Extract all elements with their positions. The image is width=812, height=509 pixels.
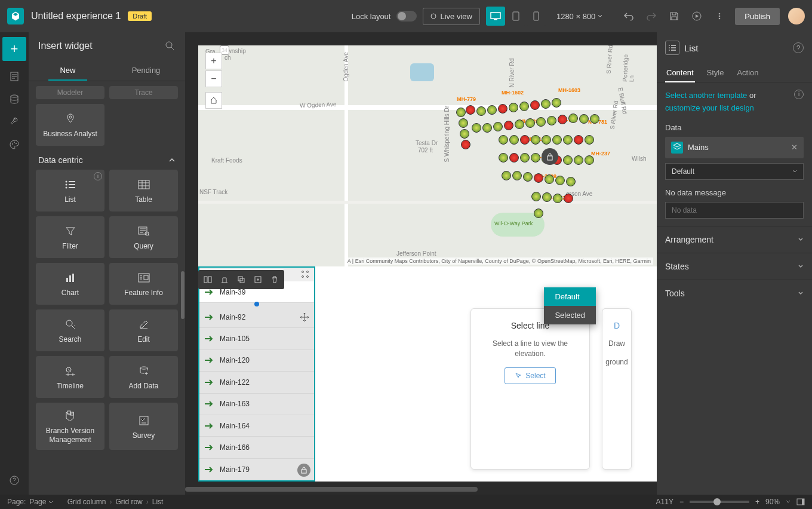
accordion-tools[interactable]: Tools [657,280,812,306]
widget-feature-info[interactable]: Feature Info [109,263,178,305]
rail-page-button[interactable] [7,69,21,84]
tb-align-button[interactable] [217,272,232,287]
list-widget[interactable]: Main-39 Main-92 Main-105 Main-120 Main-1… [198,266,315,482]
add-widget-button[interactable]: + [2,37,26,61]
home-button[interactable] [205,92,222,109]
chevron-down-icon[interactable] [786,499,791,504]
rail-utility-button[interactable] [7,115,21,129]
svg-point-31 [66,320,72,326]
select-template-link[interactable]: Select another template [665,91,747,100]
no-data-input[interactable] [665,202,804,219]
list-item[interactable]: Main-164 [199,415,314,437]
widget-survey[interactable]: Survey [109,403,178,450]
map-marker [552,98,561,108]
list-item[interactable]: Main-122 [199,372,314,393]
rail-data-button[interactable] [7,92,21,106]
publish-button[interactable]: Publish [735,8,780,25]
move-icon[interactable] [300,312,309,322]
widget-trace[interactable]: Trace [109,86,178,99]
rail-theme-button[interactable] [7,137,21,152]
tb-drag-button[interactable] [200,272,216,287]
widget-edit[interactable]: Edit [109,309,178,351]
viewport-desktop-button[interactable] [486,7,505,26]
user-avatar[interactable] [788,8,805,24]
rp-help-button[interactable]: ? [793,42,804,53]
panel-toggle-icon[interactable] [796,498,805,506]
popup-default[interactable]: Default [544,287,596,306]
panel-search-button[interactable] [165,41,176,51]
list-item[interactable]: Main-120 [199,350,314,372]
widget-query[interactable]: Query [109,216,178,258]
tab-style[interactable]: Style [706,63,725,82]
arrow-icon [204,465,215,474]
widget-chart[interactable]: Chart [36,263,104,305]
canvas-scroll-thumb[interactable] [185,487,478,492]
zoom-out-button[interactable]: − [205,70,222,87]
zoom-slider[interactable] [690,501,749,503]
data-view-select[interactable]: Default [665,163,804,180]
list-item[interactable]: Main-163 [199,394,314,415]
widget-business-analyst[interactable]: Business Analyst [36,104,104,146]
rail-help-button[interactable] [7,473,21,487]
lock-layout-toggle[interactable] [396,11,417,22]
list-item[interactable]: Main-92 [199,306,314,328]
customize-link[interactable]: customize your list design [665,103,754,112]
a11y-label[interactable]: A11Y [656,498,673,506]
live-view-button[interactable]: Live view [423,8,479,25]
list-slider[interactable] [199,303,314,306]
map-marker [502,171,511,180]
map-marker [466,105,475,115]
scroll-thumb[interactable] [181,271,184,319]
list-item[interactable]: Main-166 [199,437,314,458]
remove-data-button[interactable]: ✕ [791,143,798,152]
widget-list[interactable]: iList [36,170,104,211]
undo-button[interactable] [622,9,636,23]
widget-modeler[interactable]: Modeler [36,86,104,99]
viewport-size-selector[interactable]: 1280 × 800 [556,12,602,21]
page-selector[interactable]: Page [29,498,53,506]
zoom-in-footer[interactable]: + [755,498,759,506]
tb-copy-button[interactable] [233,272,249,287]
viewport-tablet-button[interactable] [506,7,525,26]
tab-new[interactable]: New [29,60,107,81]
map-marker [523,172,533,182]
redo-button[interactable] [644,9,659,23]
zoom-value: 90% [765,498,780,506]
widget-filter[interactable]: Filter [36,216,104,258]
pending-icon [254,275,262,284]
info-icon[interactable]: i [794,90,804,99]
panel-scrollbar[interactable] [180,116,185,495]
zoom-slider-thumb[interactable] [713,498,721,505]
zoom-in-button[interactable]: + [205,53,222,69]
map-widget[interactable]: Wil-O-Way Park Gra Township ch W Ogden A… [198,45,657,266]
accordion-arrangement[interactable]: Arrangement [657,226,812,253]
tab-action[interactable]: Action [736,63,759,82]
crumb-list[interactable]: List [152,498,164,506]
preview-button[interactable] [690,9,704,23]
tab-content[interactable]: Content [665,63,695,82]
widget-branch-version[interactable]: Branch Version Management [36,403,104,450]
list-item[interactable]: Main-105 [199,328,314,349]
tb-pending-button[interactable] [250,272,266,287]
widget-search[interactable]: Search [36,309,104,351]
widget-add-data[interactable]: Add Data [109,356,178,398]
zoom-out-footer[interactable]: − [679,498,684,506]
list-lock-button[interactable] [297,464,310,477]
viewport-mobile-button[interactable] [527,7,546,26]
more-button[interactable] [712,9,727,23]
tb-delete-button[interactable] [267,272,282,287]
accordion-states[interactable]: States [657,253,812,280]
crumb-grid-row[interactable]: Grid row [115,498,142,506]
grid-icon[interactable] [301,270,309,278]
section-data-centric[interactable]: Data centric [36,151,178,170]
widget-toolbar [198,270,284,289]
crumb-grid-column[interactable]: Grid column [67,498,106,506]
canvas-scrollbar[interactable] [185,486,657,492]
popup-selected[interactable]: Selected [544,306,596,324]
tab-pending[interactable]: Pending [107,60,185,81]
slider-thumb[interactable] [254,302,259,306]
save-button[interactable] [667,9,681,23]
select-button[interactable]: Select [505,367,555,384]
widget-table[interactable]: Table [109,170,178,211]
widget-timeline[interactable]: Timeline [36,356,104,398]
